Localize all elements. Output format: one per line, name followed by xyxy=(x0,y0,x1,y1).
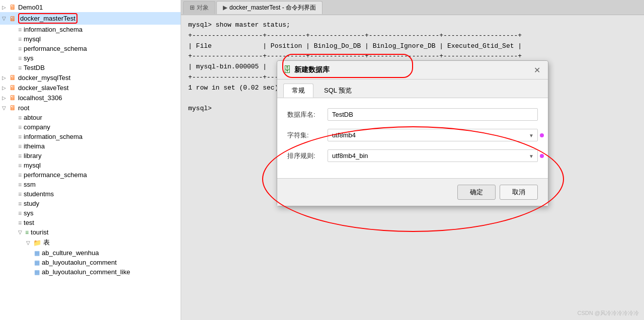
sidebar-item-label: performance_schema xyxy=(24,171,87,179)
table-icon-2: ▦ xyxy=(34,259,40,266)
charset-select[interactable]: utf8mb4 utf8 latin1 xyxy=(328,129,538,141)
dialog-footer: 确定 取消 xyxy=(277,178,548,206)
sidebar-item-label-highlight: docker_masterTest xyxy=(18,13,77,24)
sidebar-item-label: TestDB xyxy=(24,64,45,71)
charset-dot xyxy=(540,133,544,137)
sidebar-item-label: information_schema xyxy=(24,26,83,33)
sidebar-item-tourist[interactable]: ▽ ≡ tourist xyxy=(0,227,181,237)
db-icon-3: ≡ xyxy=(18,45,22,52)
sidebar-item-label: ab_luyoutaolun_comment_like xyxy=(42,268,130,276)
sidebar-item-label: Demo01 xyxy=(18,4,43,11)
db-icon-4: ≡ xyxy=(18,55,22,62)
arrow-icon-4: ▷ xyxy=(2,85,8,91)
watermark: CSDN @风冷冷冷冷冷冷 xyxy=(578,309,639,317)
sidebar-item-mysql-1[interactable]: ≡ mysql xyxy=(0,34,181,44)
folder-icon: 📁 xyxy=(33,239,41,247)
arrow-icon-6: ▽ xyxy=(2,105,8,111)
dialog-titlebar: 🗄 新建数据库 ✕ xyxy=(277,61,548,79)
sidebar-item-localhost[interactable]: ▷ 🖥 localhost_3306 xyxy=(0,93,181,103)
sidebar-item-label: library xyxy=(24,152,41,159)
db-icon-13: ≡ xyxy=(18,181,22,188)
arrow-icon-3: ▷ xyxy=(2,75,8,81)
db-icon-16: ≡ xyxy=(18,210,22,217)
dialog-title-icon: 🗄 xyxy=(283,65,291,74)
sidebar-item-info-schema-1[interactable]: ≡ information_schema xyxy=(0,25,181,34)
server-icon-5: 🖥 xyxy=(9,94,16,102)
server-icon: 🖥 xyxy=(9,3,16,11)
confirm-button[interactable]: 确定 xyxy=(457,185,496,200)
dialog-tab-sql[interactable]: SQL 预览 xyxy=(315,84,360,98)
sidebar-item-label: mysql xyxy=(24,162,41,169)
server-icon-6: 🖥 xyxy=(9,104,16,112)
server-icon-3: 🖥 xyxy=(9,73,16,82)
sidebar-item-test[interactable]: ≡ test xyxy=(0,218,181,227)
sidebar-item-label: abtour xyxy=(24,114,42,121)
arrow-expanded-icon: ▽ xyxy=(2,16,8,21)
sidebar-item-label: ssm xyxy=(24,181,36,188)
db-icon-10: ≡ xyxy=(18,152,22,159)
charset-label: 字符集: xyxy=(287,131,328,140)
sidebar-item-docker-mysqltest[interactable]: ▷ 🖥 docker_mysqlTest xyxy=(0,72,181,83)
sidebar-item-studentms[interactable]: ≡ studentms xyxy=(0,189,181,199)
sidebar-item-table-1[interactable]: ▦ ab_culture_wenhua xyxy=(0,248,181,258)
sidebar-item-itheima[interactable]: ≡ itheima xyxy=(0,141,181,151)
collation-dot xyxy=(540,154,544,158)
db-name-input[interactable] xyxy=(328,108,538,121)
sidebar-item-tables-folder[interactable]: ▽ 📁 表 xyxy=(0,237,181,248)
sidebar: ▷ 🖥 Demo01 ▽ 🖥 docker_masterTest ≡ infor… xyxy=(0,0,181,320)
sidebar-item-label: tourist xyxy=(31,228,48,236)
sidebar-item-docker-mastertest[interactable]: ▽ 🖥 docker_masterTest xyxy=(0,12,181,25)
sidebar-item-company[interactable]: ≡ company xyxy=(0,122,181,132)
sidebar-item-label: itheima xyxy=(24,142,45,150)
charset-field: 字符集: utf8mb4 utf8 latin1 xyxy=(287,129,538,141)
sidebar-item-label: performance_schema xyxy=(24,45,87,52)
arrow-icon: ▷ xyxy=(2,5,8,10)
collation-select-wrapper: utf8mb4_bin utf8mb4_general_ci utf8mb4_u… xyxy=(328,149,538,162)
sidebar-item-testdb[interactable]: ≡ TestDB xyxy=(0,63,181,72)
sidebar-item-info-schema-2[interactable]: ≡ information_schema xyxy=(0,132,181,141)
db-icon-tourist: ≡ xyxy=(25,229,29,236)
db-icon-17: ≡ xyxy=(18,219,22,226)
collation-field: 排序规则: utf8mb4_bin utf8mb4_general_ci utf… xyxy=(287,149,538,162)
sidebar-item-perf-schema-2[interactable]: ≡ performance_schema xyxy=(0,170,181,180)
sidebar-item-perf-schema-1[interactable]: ≡ performance_schema xyxy=(0,44,181,53)
db-icon-6: ≡ xyxy=(18,114,22,121)
table-icon-1: ▦ xyxy=(34,250,40,257)
sidebar-item-study[interactable]: ≡ study xyxy=(0,199,181,208)
sidebar-item-label: docker_mysqlTest xyxy=(18,74,70,82)
sidebar-item-label: mysql xyxy=(24,35,41,43)
sidebar-item-mysql-2[interactable]: ≡ mysql xyxy=(0,161,181,170)
sidebar-item-table-2[interactable]: ▦ ab_luyoutaolun_comment xyxy=(0,258,181,267)
server-icon-2: 🖥 xyxy=(9,15,16,23)
sidebar-item-label: study xyxy=(24,200,39,207)
sidebar-item-label: sys xyxy=(24,209,34,217)
db-icon-15: ≡ xyxy=(18,200,22,207)
db-icon-9: ≡ xyxy=(18,143,22,150)
db-icon-2: ≡ xyxy=(18,36,22,43)
sidebar-item-label: 表 xyxy=(43,238,50,247)
new-database-dialog: 🗄 新建数据库 ✕ 常规 SQL 预览 数据库名: 字符集: xyxy=(277,60,548,206)
sidebar-item-sys-2[interactable]: ≡ sys xyxy=(0,208,181,218)
sidebar-item-docker-slavetest[interactable]: ▷ 🖥 docker_slaveTest xyxy=(0,83,181,93)
dialog-tab-general[interactable]: 常规 xyxy=(283,84,313,98)
db-icon-5: ≡ xyxy=(18,64,22,71)
sidebar-item-abtour[interactable]: ≡ abtour xyxy=(0,113,181,122)
db-icon-8: ≡ xyxy=(18,133,22,140)
sidebar-item-ssm[interactable]: ≡ ssm xyxy=(0,180,181,189)
charset-select-wrapper: utf8mb4 utf8 latin1 xyxy=(328,129,538,141)
sidebar-item-label: localhost_3306 xyxy=(18,94,62,102)
dialog-tabs: 常规 SQL 预览 xyxy=(277,79,548,98)
dialog-body: 数据库名: 字符集: utf8mb4 utf8 latin1 xyxy=(277,98,548,178)
sidebar-item-sys-1[interactable]: ≡ sys xyxy=(0,53,181,63)
cancel-button[interactable]: 取消 xyxy=(500,185,538,200)
dialog-title-text: 新建数据库 xyxy=(294,65,532,74)
sidebar-item-root[interactable]: ▽ 🖥 root xyxy=(0,103,181,113)
sidebar-item-library[interactable]: ≡ library xyxy=(0,151,181,161)
sidebar-item-label: company xyxy=(24,123,50,131)
db-name-field: 数据库名: xyxy=(287,108,538,121)
sidebar-item-demo01[interactable]: ▷ 🖥 Demo01 xyxy=(0,2,181,12)
main-area: ⊞ 对象 ▶ docker_masterTest - 命令列界面 mysql> … xyxy=(181,0,644,320)
sidebar-item-table-3[interactable]: ▦ ab_luyoutaolun_comment_like xyxy=(0,267,181,277)
dialog-close-button[interactable]: ✕ xyxy=(532,65,542,75)
collation-select[interactable]: utf8mb4_bin utf8mb4_general_ci utf8mb4_u… xyxy=(328,149,538,162)
